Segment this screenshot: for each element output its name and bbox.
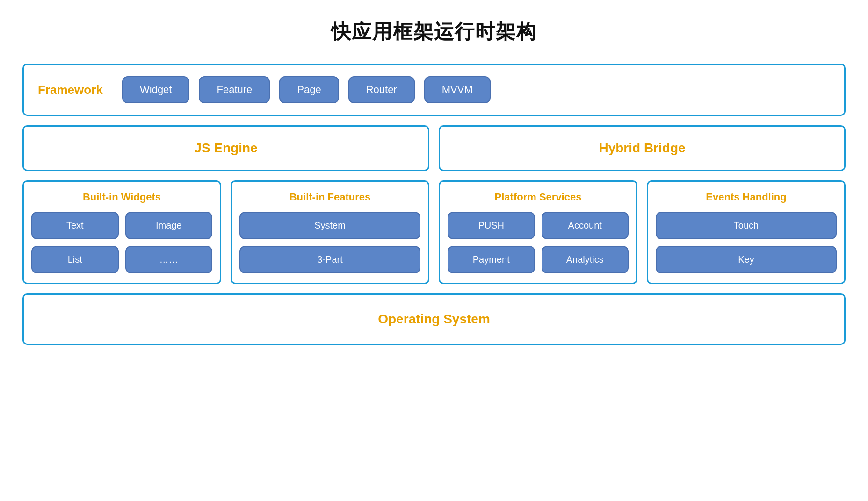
- architecture-diagram: Framework Widget Feature Page Router MVV…: [22, 64, 846, 345]
- js-engine-label: JS Engine: [194, 141, 257, 156]
- builtin-features-section: Built-in Features System 3-Part: [231, 180, 429, 284]
- events-handling-title: Events Handling: [706, 191, 786, 203]
- router-chip: Router: [348, 76, 415, 103]
- more-chip: ……: [125, 246, 213, 273]
- list-chip: List: [31, 246, 119, 273]
- system-chip: System: [239, 212, 420, 239]
- platform-services-section: Platform Services PUSH Account Payment A…: [439, 180, 637, 284]
- text-chip: Text: [31, 212, 119, 239]
- mvvm-chip: MVVM: [424, 76, 491, 103]
- 3part-chip: 3-Part: [239, 246, 420, 273]
- framework-chips: Widget Feature Page Router MVVM: [122, 76, 491, 103]
- widget-chip: Widget: [122, 76, 189, 103]
- account-chip: Account: [542, 212, 629, 239]
- os-section: Operating System: [22, 293, 846, 345]
- touch-chip: Touch: [656, 212, 837, 239]
- modules-row: Built-in Widgets Text Image List …… Buil…: [22, 180, 846, 284]
- framework-section: Framework Widget Feature Page Router MVV…: [22, 64, 846, 116]
- framework-label: Framework: [38, 83, 108, 97]
- page-title: 快应用框架运行时架构: [331, 19, 537, 45]
- key-chip: Key: [656, 246, 837, 273]
- events-handling-section: Events Handling Touch Key: [647, 180, 846, 284]
- push-chip: PUSH: [448, 212, 535, 239]
- builtin-widgets-section: Built-in Widgets Text Image List ……: [22, 180, 221, 284]
- os-label: Operating System: [378, 312, 490, 327]
- analytics-chip: Analytics: [542, 246, 629, 273]
- platform-services-title: Platform Services: [495, 191, 582, 203]
- image-chip: Image: [125, 212, 213, 239]
- feature-chip: Feature: [199, 76, 270, 103]
- payment-chip: Payment: [448, 246, 535, 273]
- page-chip: Page: [279, 76, 339, 103]
- hybrid-bridge-label: Hybrid Bridge: [599, 141, 685, 156]
- builtin-widgets-title: Built-in Widgets: [83, 191, 161, 203]
- engine-bridge-row: JS Engine Hybrid Bridge: [22, 125, 846, 171]
- builtin-features-title: Built-in Features: [289, 191, 371, 203]
- hybrid-bridge-section: Hybrid Bridge: [439, 125, 846, 171]
- js-engine-section: JS Engine: [22, 125, 429, 171]
